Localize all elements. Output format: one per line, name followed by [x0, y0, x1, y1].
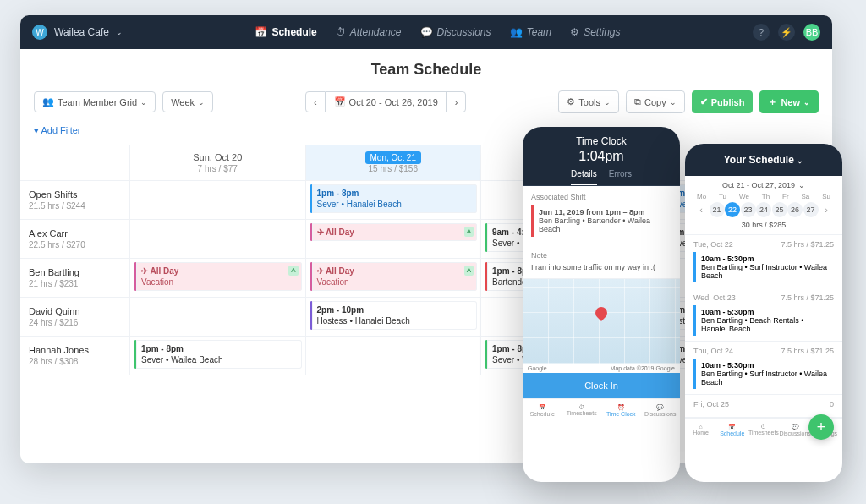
view-week-button[interactable]: Week ⌄	[162, 91, 213, 112]
brand-name: Wailea Cafe	[54, 26, 109, 38]
day-chip[interactable]: 25	[772, 202, 787, 217]
phone-schedule: Your Schedule ⌄ Oct 21 - Oct 27, 2019 ⌄ …	[685, 144, 842, 482]
view-grid-button[interactable]: 👥 Team Member Grid ⌄	[34, 91, 156, 112]
column-header: Mon, Oct 2115 hrs / $156	[306, 145, 482, 181]
day-section: Thu, Oct 247.5 hrs / $71.2510am - 5:30pm…	[685, 342, 842, 395]
brand-badge: W	[32, 25, 47, 40]
day-chip[interactable]: 21	[710, 202, 725, 217]
phone1-header: Time Clock 1:04pm Details Errors	[523, 127, 680, 186]
shift-block[interactable]: 1pm - 8pmSever • Hanalei Beach	[310, 184, 478, 213]
shift-item[interactable]: 10am - 5:30pmBen Bartling • Beach Rental…	[693, 305, 834, 336]
row-label: Ben Bartling21 hrs / $231	[20, 259, 130, 298]
day-chip[interactable]: 22	[725, 202, 740, 217]
note-section: Note I ran into some traffic on my way i…	[523, 244, 680, 279]
column-header: Sun, Oct 207 hrs / $77	[130, 145, 306, 181]
new-button[interactable]: ＋ New ⌄	[759, 90, 819, 113]
week-picker: Oct 21 - Oct 27, 2019 ⌄ MoTuWeThFrSaSu ‹…	[685, 176, 842, 235]
week-range[interactable]: Oct 21 - Oct 27, 2019 ⌄	[688, 181, 839, 189]
schedule-cell[interactable]	[130, 181, 306, 220]
day-chip[interactable]: 26	[787, 202, 803, 217]
assoc-label: Associated Shift	[531, 193, 671, 201]
day-section: Tue, Oct 227.5 hrs / $71.2510am - 5:30pm…	[685, 235, 842, 288]
clock-in-button[interactable]: Clock In	[523, 373, 680, 398]
phone2-tab-schedule[interactable]: 📅Schedule	[716, 419, 748, 441]
tab-details[interactable]: Details	[571, 169, 597, 185]
phone1-title: Time Clock	[523, 135, 680, 147]
prev-day-button[interactable]: ‹	[693, 202, 709, 217]
avatar[interactable]: BB	[803, 24, 820, 41]
phone1-tab-timesheets[interactable]: ⏱Timesheets	[562, 399, 602, 422]
nav-team[interactable]: 👥 Team	[510, 26, 552, 38]
row-label: Hannah Jones28 hrs / $308	[20, 337, 130, 375]
row-label: David Quinn24 hrs / $216	[20, 298, 130, 337]
toolbar: 👥 Team Member Grid ⌄ Week ⌄ ‹ 📅 Oct 20 -…	[20, 90, 832, 122]
day-chip[interactable]: 23	[741, 202, 756, 217]
phone1-time: 1:04pm	[523, 149, 680, 164]
add-button[interactable]: +	[808, 414, 834, 440]
shift-block[interactable]: 2pm - 10pmHostess • Hanalei Beach	[310, 301, 478, 330]
shift-block[interactable]: ✈ All DayVacation	[310, 262, 478, 291]
phone1-tab-time clock[interactable]: ⏰Time Clock	[601, 399, 641, 422]
row-label: Open Shifts21.5 hrs / $244	[20, 181, 130, 220]
schedule-cell[interactable]	[130, 220, 306, 259]
tab-errors[interactable]: Errors	[609, 169, 632, 185]
shift-block[interactable]: ✈ All DayVacation	[134, 262, 302, 291]
copy-button[interactable]: ⧉ Copy ⌄	[626, 90, 685, 113]
nav-settings[interactable]: ⚙ Settings	[570, 26, 620, 38]
shift-block[interactable]: ✈ All Day	[310, 223, 478, 241]
next-week-button[interactable]: ›	[447, 91, 467, 112]
topbar-right: ? ⚡ BB	[753, 24, 820, 41]
date-range-button[interactable]: 📅 Oct 20 - Oct 26, 2019	[326, 91, 447, 112]
associated-shift-section: Associated Shift Jun 11, 2019 from 1pm –…	[523, 186, 680, 244]
topbar: W Wailea Cafe ⌄ 📅 Schedule ⏱ Attendance …	[20, 15, 832, 49]
phone2-tab-discussions[interactable]: 💬Discussions	[779, 419, 810, 441]
main-nav: 📅 Schedule ⏱ Attendance 💬 Discussions 👥 …	[255, 26, 620, 38]
phone-timeclock: Time Clock 1:04pm Details Errors Associa…	[523, 127, 680, 482]
help-icon[interactable]: ?	[753, 24, 770, 41]
map[interactable]	[523, 279, 680, 364]
nav-schedule[interactable]: 📅 Schedule	[255, 26, 316, 38]
note-text[interactable]: I ran into some traffic on my way in :(	[531, 263, 671, 271]
phone1-tab-schedule[interactable]: 📅Schedule	[523, 399, 562, 422]
next-day-button[interactable]: ›	[819, 202, 834, 217]
phone1-tabs: Details Errors	[523, 169, 680, 186]
schedule-cell[interactable]: ✈ All DayVacation	[130, 259, 306, 298]
chevron-down-icon: ⌄	[116, 28, 123, 36]
map-pin-icon	[593, 304, 610, 321]
nav-attendance[interactable]: ⏱ Attendance	[336, 26, 402, 38]
day-numbers: ‹21222324252627›	[688, 202, 839, 217]
assoc-shift[interactable]: Jun 11, 2019 from 1pm – 8pm Ben Bartling…	[531, 205, 671, 237]
note-label: Note	[531, 251, 671, 260]
shift-item[interactable]: 10am - 5:30pmBen Bartling • Surf Instruc…	[693, 252, 834, 282]
day-chip[interactable]: 27	[803, 202, 819, 217]
page-title: Team Schedule	[20, 49, 832, 90]
schedule-cell[interactable]	[130, 298, 306, 337]
schedule-cell[interactable]: ✈ All Day	[306, 220, 482, 259]
bolt-icon[interactable]: ⚡	[778, 24, 795, 41]
day-section: Wed, Oct 237.5 hrs / $71.2510am - 5:30pm…	[685, 288, 842, 342]
schedule-cell[interactable]: ✈ All DayVacation	[306, 259, 482, 298]
phone1-tab-discussions[interactable]: 💬Discussions	[641, 399, 681, 422]
phone1-footer: 📅Schedule⏱Timesheets⏰Time Clock💬Discussi…	[523, 398, 680, 422]
row-label: Alex Carr22.5 hrs / $270	[20, 220, 130, 259]
schedule-cell[interactable]: 2pm - 10pmHostess • Hanalei Beach	[306, 298, 482, 337]
brand[interactable]: W Wailea Cafe ⌄	[32, 25, 123, 40]
shift-item[interactable]: 10am - 5:30pmBen Bartling • Surf Instruc…	[693, 359, 834, 389]
add-filter-button[interactable]: ▾ Add Filter	[20, 122, 832, 145]
day-chip[interactable]: 24	[756, 202, 771, 217]
nav-discussions[interactable]: 💬 Discussions	[420, 26, 491, 38]
prev-week-button[interactable]: ‹	[305, 91, 326, 112]
schedule-cell[interactable]: 1pm - 8pmSever • Hanalei Beach	[306, 181, 482, 220]
week-total: 30 hrs / $285	[688, 221, 839, 229]
schedule-cell[interactable]: 1pm - 8pmSever • Wailea Beach	[130, 337, 306, 375]
map-attribution: GoogleMap data ©2019 Google	[523, 364, 680, 373]
day-names: MoTuWeThFrSaSu	[688, 193, 839, 200]
phone2-tab-timesheets[interactable]: ⏱Timesheets	[748, 419, 779, 441]
phone2-shift-list: Tue, Oct 227.5 hrs / $71.2510am - 5:30pm…	[685, 235, 842, 418]
phone2-tab-home[interactable]: ⌂Home	[685, 419, 716, 441]
tools-button[interactable]: ⚙ Tools ⌄	[558, 90, 619, 113]
schedule-cell[interactable]	[306, 337, 482, 375]
shift-block[interactable]: 1pm - 8pmSever • Wailea Beach	[134, 340, 302, 369]
phone2-header[interactable]: Your Schedule ⌄	[685, 144, 842, 176]
publish-button[interactable]: ✔ Publish	[692, 90, 754, 113]
